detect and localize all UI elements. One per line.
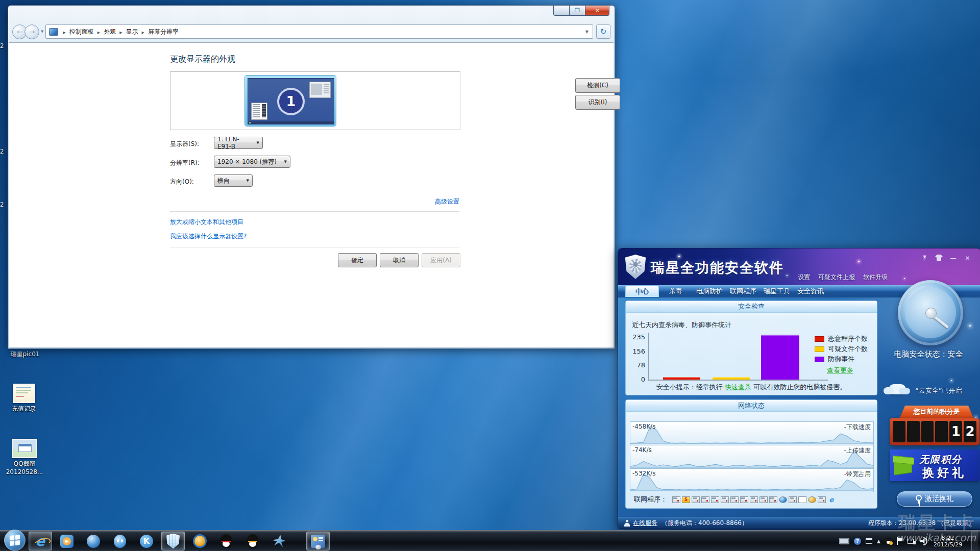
forward-button[interactable]: → [24,24,39,39]
breadcrumb-item[interactable]: 屏幕分辨率 [148,28,179,35]
identify-button[interactable]: 识别(I) [575,95,620,110]
advanced-settings-link[interactable]: 高级设置 [435,197,459,206]
desktop-icon-qq-screenshot[interactable]: QQ截图 20120528... [1,439,48,475]
taskbar-item-screen-resolution-window[interactable] [306,532,330,550]
orientation-select[interactable]: 横向 ▼ [214,174,253,187]
history-dropdown-icon[interactable]: ▼ [41,30,43,34]
close-icon[interactable]: ✕ [964,255,971,261]
help-icon[interactable]: ? [854,538,861,545]
maximize-button[interactable]: ❐ [569,6,585,16]
monitor-preview-frame: 1 检测(C) 识别(I) [170,71,460,130]
taskbar-item-internet-explorer[interactable]: e [29,532,52,550]
clipped-icon-label: 2 [0,42,5,49]
promo-line2: 换好礼 [922,465,967,481]
security-tip: 安全小提示：经常执行 快速查杀 可以有效防止您的电脑被侵害。 [626,383,877,392]
network-program-icon-win [750,496,758,503]
qq-tray-icon[interactable] [885,537,892,545]
clock-date: 2012/5/29 [932,541,964,548]
clipped-icon-label: 2 [0,201,5,208]
keyboard-icon[interactable] [839,538,849,544]
taskbar-item-qq[interactable] [214,532,238,550]
refresh-icon[interactable]: ↻ [596,24,610,39]
network-icon[interactable] [908,538,916,544]
rising-tab[interactable]: 杀毒 [659,286,693,297]
mini-window-icon [309,82,331,98]
show-desktop-button[interactable] [971,531,978,551]
peak-speed-label: -74K/s [632,446,652,454]
what-settings-link[interactable]: 我应该选择什么显示器设置? [170,232,247,241]
collapse-icon[interactable]: ▼▽ [921,255,928,261]
breadcrumb-arrow-icon: ▶ [97,31,100,35]
header-menu-item[interactable]: 可疑文件上报 [818,273,855,282]
rising-tab[interactable]: 中心 [625,286,659,297]
header-menu-item[interactable]: 软件升级 [863,273,888,282]
taskbar-item-fetion[interactable] [267,532,291,550]
resolution-select[interactable]: 980 × 551 (推荐) ▼ [214,156,290,168]
kugou-icon: K [140,535,153,548]
series-label: -带宽占用 [844,470,871,479]
icon-label: QQ截图 [1,460,48,468]
taskbar-item-rising-kaka[interactable] [188,532,211,550]
start-button[interactable] [4,530,26,551]
icon-label: 瑞星pic01 [3,350,47,359]
window-tray-icon[interactable] [866,538,872,544]
tip-text: 可以有效防止您的电脑被侵害。 [751,383,846,391]
skin-icon[interactable] [935,255,943,261]
minimize-button[interactable]: – [553,6,570,16]
rising-tab[interactable]: 安全资讯 [794,286,827,297]
address-dropdown-icon[interactable]: ▼ [585,30,589,34]
desktop-icon-chongzhi-jilu[interactable]: 充值记录 [2,384,46,413]
breadcrumb-item[interactable]: 控制面板 [69,28,94,35]
close-button[interactable]: × [585,6,609,16]
clock-time: 5:22 [932,535,964,541]
bar-chart-plot [648,333,828,381]
taskbar-item-media-player[interactable]: ▶ [55,532,79,550]
peak-speed-label: -532K/s [632,470,655,477]
points-promo-banner[interactable]: 无限积分 换好礼 [890,449,979,481]
network-chart-bandwidth: -532K/s-带宽占用 [630,469,873,492]
desktop-icon-rising-pic01[interactable]: 瑞星pic01 [3,350,47,359]
taskbar-item-kugou[interactable]: K [135,532,158,550]
volume-icon[interactable] [920,537,927,545]
monitor-preview[interactable]: 1 [245,76,336,126]
cancel-button[interactable]: 取消 [380,253,419,267]
bird-icon [272,535,286,547]
network-program-icon-globe [779,496,787,503]
ok-button[interactable]: 确定 [338,253,377,267]
taskbar-item-sphere-app[interactable] [82,532,105,550]
display-select[interactable]: 1. LEN-E91-B ▼ [214,137,263,149]
rising-tab[interactable]: 瑞星工具 [760,286,794,297]
network-status-panel: 网络状态 -458K/s-下载速度-74K/s-上传速度-532K/s-带宽占用… [625,399,877,509]
taskbar-item-drop-app[interactable] [108,532,132,550]
header-menu-item[interactable]: 设置 [798,273,810,282]
taskbar-item-rising-antivirus[interactable] [161,532,185,550]
rising-tab[interactable]: 联网程序 [726,286,760,297]
online-service-link[interactable]: 在线服务 [633,519,657,528]
bar-2 [713,377,750,380]
taskbar-clock[interactable]: 5:22 2012/5/29 [932,535,964,548]
breadcrumb-item[interactable]: 外观 [104,28,116,35]
breadcrumb-item[interactable]: 显示 [126,28,138,35]
chevron-down-icon: ▼ [241,179,249,183]
make-text-larger-link[interactable]: 放大或缩小文本和其他项目 [170,218,243,227]
legend-label: 恶意程序个数 [828,334,868,343]
orientation-field-label: 方向(O): [170,178,214,186]
rising-tab[interactable]: 电脑防护 [693,286,726,297]
network-program-icon-win [711,496,719,503]
detect-button[interactable]: 检测(C) [575,78,620,93]
quick-scan-link[interactable]: 快速查杀 [725,383,751,391]
show-hidden-icons[interactable]: ▲ [877,539,880,544]
minimize-icon[interactable]: — [949,255,957,261]
header-menu: 设置可疑文件上报软件升级 [798,273,888,282]
control-panel-icon [311,535,325,548]
divider [170,247,459,247]
breadcrumb[interactable]: ▶控制面板▶外观▶显示▶屏幕分辨率 ▼ [45,24,593,39]
security-check-panel: 安全检查 近七天内查杀病毒、防御事件统计 235156780 恶意程序个数可疑文… [625,300,877,395]
view-more-link[interactable]: 查看更多 [827,366,853,375]
network-program-icon-sogou: S [682,496,690,503]
taskbar-item-qq-alt[interactable] [241,532,264,550]
activate-gift-button[interactable]: 激活换礼 [897,491,972,507]
action-center-flag-icon[interactable] [896,537,903,545]
app-title: 瑞星全功能安全软件 [651,259,784,277]
chart-legend: 恶意程序个数可疑文件个数防御事件查看更多 [815,334,876,375]
